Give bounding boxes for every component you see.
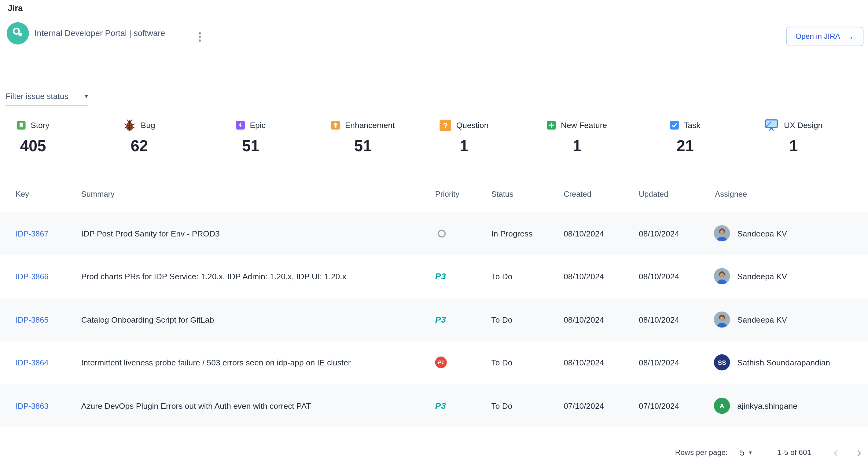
assignee-name: Sandeepa KV <box>737 315 787 324</box>
pagination: Rows per page: 5 ▾ 1-5 of 601 ‹ › <box>675 445 865 459</box>
issue-key-link[interactable]: IDP-3863 <box>16 401 49 410</box>
rows-per-page-value: 5 <box>740 447 745 457</box>
stat-new-feature: New Feature 1 <box>547 118 607 155</box>
stat-label: Question <box>456 121 489 130</box>
issue-updated: 08/10/2024 <box>639 298 708 341</box>
filter-issue-status-label: Filter issue status <box>5 92 68 101</box>
priority-p1-icon: P1 <box>435 357 447 368</box>
table-row: IDP-3867 IDP Post Prod Sanity for Env - … <box>0 212 868 255</box>
issue-summary: IDP Post Prod Sanity for Env - PROD3 <box>81 212 429 255</box>
issue-created: 08/10/2024 <box>564 212 633 255</box>
ux-design-icon <box>765 119 779 132</box>
story-icon <box>17 121 26 130</box>
column-header-assignee: Assignee <box>715 190 747 199</box>
stat-label: Enhancement <box>345 121 395 130</box>
stat-label: New Feature <box>561 121 607 130</box>
stat-count: 1 <box>765 137 823 155</box>
column-header-priority: Priority <box>435 190 459 199</box>
rows-per-page-select[interactable]: 5 ▾ <box>740 447 752 457</box>
assignee-name: Sandeepa KV <box>737 272 787 280</box>
enhancement-icon <box>331 121 340 130</box>
chevron-down-icon: ▾ <box>749 449 752 455</box>
chevron-down-icon: ▾ <box>85 93 88 100</box>
pagination-range: 1-5 of 601 <box>778 448 811 456</box>
stat-epic: Epic 51 <box>236 118 266 155</box>
stat-count: 1 <box>547 137 607 155</box>
stat-label: Task <box>684 121 700 130</box>
assignee-name: Sandeepa KV <box>737 229 787 238</box>
issue-created: 08/10/2024 <box>564 341 633 384</box>
issue-summary: Catalog Onboarding Script for GitLab <box>81 298 429 341</box>
issue-status: In Progress <box>492 212 561 255</box>
column-header-key: Key <box>16 190 29 199</box>
issue-status: To Do <box>492 255 561 298</box>
project-avatar <box>7 22 29 44</box>
kebab-menu-icon[interactable] <box>196 31 203 42</box>
issue-created: 07/10/2024 <box>564 384 633 427</box>
table-row: IDP-3864 Intermittent liveness probe fai… <box>0 341 868 384</box>
column-header-summary: Summary <box>81 190 115 199</box>
question-icon: ? <box>439 120 451 131</box>
issue-created: 08/10/2024 <box>564 255 633 298</box>
issue-updated: 08/10/2024 <box>639 212 708 255</box>
priority-p3-icon: P3 <box>435 271 446 281</box>
stat-enhancement: Enhancement 51 <box>331 118 395 155</box>
assignee-name: ajinkya.shingane <box>737 401 797 410</box>
previous-page-button[interactable]: ‹ <box>830 445 841 459</box>
issue-status: To Do <box>492 341 561 384</box>
issue-summary: Azure DevOps Plugin Errors out with Auth… <box>81 384 429 427</box>
rows-per-page-label: Rows per page: <box>675 448 728 456</box>
table-row: IDP-3863 Azure DevOps Plugin Errors out … <box>0 384 868 427</box>
assignee-name: Sathish Soundarapandian <box>737 358 830 367</box>
stat-ux-design: UX Design 1 <box>765 118 823 155</box>
jira-plugin-card: Jira Internal Developer Portal | softwar… <box>0 0 868 465</box>
issue-summary: Intermittent liveness probe failure / 50… <box>81 341 429 384</box>
stat-count: 51 <box>236 137 266 155</box>
table-row: IDP-3866 Prod charts PRs for IDP Service… <box>0 255 868 298</box>
issue-key-link[interactable]: IDP-3866 <box>16 272 49 280</box>
table-header: Key Summary Priority Status Created Upda… <box>0 190 868 201</box>
avatar <box>714 311 730 328</box>
bug-icon <box>123 119 136 131</box>
avatar <box>714 268 730 284</box>
column-header-status: Status <box>492 190 514 199</box>
avatar: SS <box>714 355 730 371</box>
stat-label: Epic <box>250 121 265 130</box>
page-title: Jira <box>8 3 23 13</box>
issue-key-link[interactable]: IDP-3867 <box>16 229 49 238</box>
project-name: Internal Developer Portal | software <box>34 28 165 38</box>
issue-updated: 07/10/2024 <box>639 384 708 427</box>
issue-updated: 08/10/2024 <box>639 255 708 298</box>
issue-created: 08/10/2024 <box>564 298 633 341</box>
stat-label: Story <box>31 121 50 130</box>
priority-p3-icon: P3 <box>435 315 446 325</box>
column-header-created: Created <box>564 190 591 199</box>
project-logo-icon <box>11 26 25 41</box>
issue-key-link[interactable]: IDP-3865 <box>16 315 49 324</box>
stat-count: 21 <box>670 137 701 155</box>
issue-updated: 08/10/2024 <box>639 341 708 384</box>
open-in-jira-button[interactable]: Open in JIRA → <box>786 27 864 46</box>
stat-label: Bug <box>141 121 155 130</box>
stat-question: ? Question 1 <box>439 118 488 155</box>
filter-issue-status-select[interactable]: Filter issue status ▾ <box>5 92 88 106</box>
arrow-right-icon: → <box>845 31 854 41</box>
issue-status: To Do <box>492 384 561 427</box>
issue-key-link[interactable]: IDP-3864 <box>16 358 49 367</box>
stat-count: 405 <box>17 137 50 155</box>
epic-icon <box>236 121 245 130</box>
task-icon <box>670 121 679 130</box>
issue-status: To Do <box>492 298 561 341</box>
priority-none-icon <box>438 229 445 237</box>
priority-p3-icon: P3 <box>435 401 446 411</box>
column-header-updated: Updated <box>639 190 668 199</box>
avatar: A <box>714 398 730 414</box>
stat-count: 1 <box>439 137 488 155</box>
open-in-jira-label: Open in JIRA <box>796 32 840 41</box>
issue-summary: Prod charts PRs for IDP Service: 1.20.x,… <box>81 255 429 298</box>
stat-bug: Bug 62 <box>123 118 155 155</box>
stat-story: Story 405 <box>17 118 50 155</box>
stat-count: 51 <box>331 137 395 155</box>
next-page-button[interactable]: › <box>854 445 865 459</box>
svg-text:?: ? <box>443 121 448 130</box>
